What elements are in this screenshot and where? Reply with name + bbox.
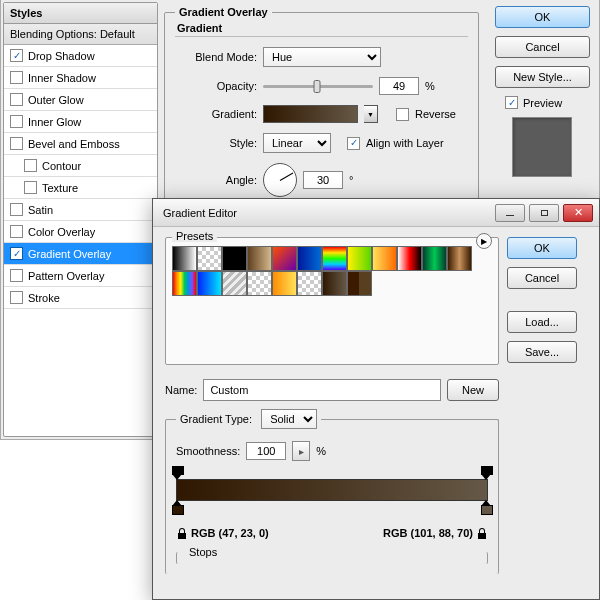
name-input[interactable] bbox=[203, 379, 441, 401]
style-label: Texture bbox=[42, 182, 78, 194]
style-checkbox[interactable] bbox=[10, 137, 23, 150]
preset-swatch[interactable] bbox=[322, 271, 347, 296]
preset-swatch[interactable] bbox=[372, 246, 397, 271]
angle-dial[interactable] bbox=[263, 163, 297, 197]
style-item-pattern-overlay[interactable]: Pattern Overlay bbox=[4, 265, 157, 287]
style-checkbox[interactable] bbox=[10, 225, 23, 238]
style-item-color-overlay[interactable]: Color Overlay bbox=[4, 221, 157, 243]
preset-swatch[interactable] bbox=[197, 246, 222, 271]
preset-swatch[interactable] bbox=[297, 246, 322, 271]
preset-swatch[interactable] bbox=[172, 271, 197, 296]
opacity-slider[interactable] bbox=[263, 85, 373, 88]
gradient-type-label: Gradient Type: bbox=[180, 413, 252, 425]
smoothness-stepper[interactable] bbox=[292, 441, 310, 461]
reverse-label: Reverse bbox=[415, 108, 456, 120]
opacity-value[interactable]: 49 bbox=[379, 77, 419, 95]
angle-unit: ° bbox=[349, 174, 353, 186]
presets-menu-icon[interactable] bbox=[476, 233, 492, 249]
new-style-button[interactable]: New Style... bbox=[495, 66, 590, 88]
style-checkbox[interactable] bbox=[10, 49, 23, 62]
preset-swatch[interactable] bbox=[247, 246, 272, 271]
gradient-swatch[interactable] bbox=[263, 105, 358, 123]
style-checkbox[interactable] bbox=[24, 181, 37, 194]
preset-swatch[interactable] bbox=[447, 246, 472, 271]
preset-swatch[interactable] bbox=[222, 246, 247, 271]
gradient-subheading: Gradient bbox=[175, 18, 468, 37]
preset-swatch[interactable] bbox=[272, 246, 297, 271]
color-stop-left[interactable] bbox=[172, 500, 183, 514]
preset-swatch[interactable] bbox=[172, 246, 197, 271]
angle-value[interactable]: 30 bbox=[303, 171, 343, 189]
opacity-unit: % bbox=[425, 80, 435, 92]
style-label: Inner Shadow bbox=[28, 72, 96, 84]
minimize-button[interactable] bbox=[495, 204, 525, 222]
new-gradient-button[interactable]: New bbox=[447, 379, 499, 401]
style-checkbox[interactable] bbox=[10, 203, 23, 216]
style-checkbox[interactable] bbox=[10, 115, 23, 128]
preset-swatch[interactable] bbox=[397, 246, 422, 271]
reverse-checkbox[interactable] bbox=[396, 108, 409, 121]
maximize-button[interactable] bbox=[529, 204, 559, 222]
color-stop-right[interactable] bbox=[481, 500, 492, 514]
styles-panel-title: Styles bbox=[4, 3, 157, 24]
gradient-label: Gradient: bbox=[175, 108, 257, 120]
style-item-drop-shadow[interactable]: Drop Shadow bbox=[4, 45, 157, 67]
preset-swatch[interactable] bbox=[197, 271, 222, 296]
style-select[interactable]: Linear bbox=[263, 133, 331, 153]
styles-panel: Styles Blending Options: Default Drop Sh… bbox=[3, 2, 158, 437]
opacity-stop-right[interactable] bbox=[481, 466, 492, 480]
cancel-button[interactable]: Cancel bbox=[495, 36, 590, 58]
ge-save-button[interactable]: Save... bbox=[507, 341, 577, 363]
style-label: Drop Shadow bbox=[28, 50, 95, 62]
gradient-type-select[interactable]: Solid bbox=[261, 409, 317, 429]
style-checkbox[interactable] bbox=[10, 71, 23, 84]
style-checkbox[interactable] bbox=[10, 93, 23, 106]
preview-checkbox[interactable] bbox=[505, 96, 518, 109]
style-checkbox[interactable] bbox=[10, 247, 23, 260]
blending-options-row[interactable]: Blending Options: Default bbox=[4, 24, 157, 45]
preset-swatch[interactable] bbox=[272, 271, 297, 296]
style-item-stroke[interactable]: Stroke bbox=[4, 287, 157, 309]
style-label: Gradient Overlay bbox=[28, 248, 111, 260]
align-checkbox[interactable] bbox=[347, 137, 360, 150]
gradient-row: Gradient: Reverse bbox=[175, 105, 468, 123]
style-item-inner-glow[interactable]: Inner Glow bbox=[4, 111, 157, 133]
style-item-contour[interactable]: Contour bbox=[4, 155, 157, 177]
style-item-outer-glow[interactable]: Outer Glow bbox=[4, 89, 157, 111]
gradient-bar[interactable] bbox=[176, 479, 488, 501]
blend-mode-select[interactable]: Hue bbox=[263, 47, 381, 67]
preset-swatch[interactable] bbox=[247, 271, 272, 296]
style-label: Inner Glow bbox=[28, 116, 81, 128]
gradient-editor-content: Presets Name: New Gradient Type: Solid S… bbox=[153, 227, 599, 582]
gradient-dropdown[interactable] bbox=[364, 105, 378, 123]
preset-swatch[interactable] bbox=[222, 271, 247, 296]
ge-load-button[interactable]: Load... bbox=[507, 311, 577, 333]
style-item-bevel-and-emboss[interactable]: Bevel and Emboss bbox=[4, 133, 157, 155]
preset-swatch[interactable] bbox=[322, 246, 347, 271]
opacity-stop-left[interactable] bbox=[172, 466, 183, 480]
ge-ok-button[interactable]: OK bbox=[507, 237, 577, 259]
style-checkbox[interactable] bbox=[24, 159, 37, 172]
lock-icon bbox=[476, 528, 488, 540]
preset-grid bbox=[172, 246, 492, 296]
style-item-inner-shadow[interactable]: Inner Shadow bbox=[4, 67, 157, 89]
preset-swatch[interactable] bbox=[422, 246, 447, 271]
style-label: Contour bbox=[42, 160, 81, 172]
smoothness-value[interactable]: 100 bbox=[246, 442, 286, 460]
preset-swatch[interactable] bbox=[297, 271, 322, 296]
preset-swatch[interactable] bbox=[347, 246, 372, 271]
blend-mode-row: Blend Mode: Hue bbox=[175, 47, 468, 67]
angle-row: Angle: 30 ° bbox=[175, 163, 468, 197]
style-checkbox[interactable] bbox=[10, 269, 23, 282]
style-item-satin[interactable]: Satin bbox=[4, 199, 157, 221]
style-checkbox[interactable] bbox=[10, 291, 23, 304]
close-button[interactable]: ✕ bbox=[563, 204, 593, 222]
style-item-gradient-overlay[interactable]: Gradient Overlay bbox=[4, 243, 157, 265]
preset-swatch[interactable] bbox=[347, 271, 372, 296]
ok-button[interactable]: OK bbox=[495, 6, 590, 28]
smoothness-row: Smoothness: 100 % bbox=[176, 441, 488, 461]
gradient-editor-titlebar[interactable]: Gradient Editor ✕ bbox=[153, 199, 599, 227]
style-item-texture[interactable]: Texture bbox=[4, 177, 157, 199]
ge-cancel-button[interactable]: Cancel bbox=[507, 267, 577, 289]
left-stop-value: RGB (47, 23, 0) bbox=[176, 527, 269, 540]
